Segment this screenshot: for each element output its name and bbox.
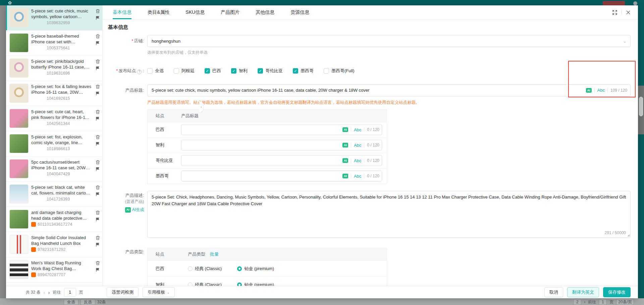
flag-icon[interactable] bbox=[96, 268, 100, 272]
description-textarea[interactable]: 5-piece Set: Chick, Headphones, Dancing,… bbox=[147, 191, 631, 238]
flag-icon[interactable] bbox=[96, 41, 100, 45]
delete-icon[interactable] bbox=[96, 34, 100, 39]
checkbox-checked-icon[interactable]: ✓ bbox=[293, 68, 298, 74]
delete-icon[interactable] bbox=[96, 235, 100, 240]
flag-icon[interactable] bbox=[96, 167, 100, 171]
flag-icon[interactable] bbox=[96, 117, 100, 121]
product-card[interactable]: 5-piece set: fist, explosion, comic styl… bbox=[6, 131, 102, 157]
batch-link[interactable]: 批量 bbox=[210, 251, 219, 257]
col-header-title: 产品标题 bbox=[181, 113, 199, 119]
product-card[interactable]: 5-piece set: black cat, white cat, flowe… bbox=[6, 182, 102, 207]
product-card[interactable]: 5-piece set: pink/black/gold butterfly i… bbox=[6, 56, 102, 81]
title-char-counter: 109 / 120 bbox=[610, 88, 627, 93]
site-titles-table: 站点 产品标题 巴西 AI Abc 0 / 120 bbox=[147, 110, 387, 184]
ai-generate-icon[interactable]: AI bbox=[342, 158, 348, 163]
radio-classic[interactable]: 经典 (Classic) bbox=[188, 266, 222, 272]
delete-icon[interactable] bbox=[96, 160, 100, 165]
checkbox-icon[interactable] bbox=[174, 68, 179, 74]
collapse-icon: ‹ bbox=[201, 105, 202, 109]
use-template-button[interactable]: 引用模板⌄ bbox=[143, 287, 175, 297]
delete-icon[interactable] bbox=[96, 110, 100, 114]
product-card[interactable]: Simple Solid Color Insulated Bag Handhel… bbox=[6, 232, 102, 257]
page-number-input[interactable] bbox=[64, 288, 76, 297]
delete-icon[interactable] bbox=[96, 9, 100, 13]
radio-classic[interactable]: 经典 (Classic) bbox=[188, 282, 222, 286]
cancel-button[interactable]: 取消 bbox=[544, 287, 563, 297]
delete-icon[interactable] bbox=[96, 261, 100, 265]
product-card[interactable]: 5pc cactus/sunset/desert iPhone 16-11 ca… bbox=[6, 157, 102, 182]
tab-basic-info[interactable]: 基本信息 bbox=[113, 5, 131, 19]
radio-premium[interactable]: 铂金 (premium) bbox=[237, 266, 274, 272]
question-icon[interactable]: ? bbox=[137, 70, 142, 74]
store-select[interactable] bbox=[147, 35, 631, 47]
product-card[interactable]: anti damage fast charging head data cabl… bbox=[6, 207, 102, 232]
checkbox-checked-icon[interactable]: ✓ bbox=[205, 68, 210, 74]
site-checkbox-chile[interactable]: ✓智利 bbox=[231, 68, 248, 74]
ai-generate-icon[interactable]: AI bbox=[342, 127, 348, 132]
divider bbox=[364, 127, 364, 132]
abc-case-tool[interactable]: Abc bbox=[354, 127, 361, 132]
next-page-icon[interactable]: › bbox=[48, 290, 50, 295]
site-checkbox-colombia[interactable]: ✓哥伦比亚 bbox=[258, 68, 283, 74]
product-card[interactable]: 5-piece set: cute cat, heart, pink flowe… bbox=[6, 106, 102, 131]
abc-case-tool[interactable]: Abc bbox=[354, 174, 361, 179]
divider bbox=[351, 174, 351, 178]
save-changes-button[interactable]: 保存修改 bbox=[603, 287, 631, 297]
product-card[interactable]: 5-piece set: cute chick, music symbols, … bbox=[6, 5, 102, 31]
radio-selected-icon[interactable] bbox=[237, 266, 242, 271]
product-type-row: 智利 经典 (Classic) 铂金 (premium) bbox=[148, 276, 387, 286]
flag-icon[interactable] bbox=[96, 142, 100, 146]
tab-other-info[interactable]: 其他信息 bbox=[256, 5, 274, 19]
radio-premium[interactable]: 铂金 (premium) bbox=[237, 282, 274, 286]
product-card[interactable]: Men's Waist Bag Running Work Bag Chest B… bbox=[6, 257, 102, 282]
ai-generate-icon[interactable]: AI bbox=[342, 174, 348, 178]
ai-generate-icon[interactable]: AI bbox=[342, 143, 348, 147]
tab-product-images[interactable]: 产品图片 bbox=[221, 5, 239, 19]
delete-icon[interactable] bbox=[96, 185, 100, 190]
radio-selected-icon[interactable] bbox=[237, 282, 242, 286]
product-title-input[interactable] bbox=[147, 84, 631, 96]
publish-sites-label: *发布站点?: bbox=[103, 65, 147, 74]
checkbox-icon[interactable] bbox=[324, 68, 329, 74]
radio-icon[interactable] bbox=[188, 266, 193, 271]
checkbox-checked-icon[interactable]: ✓ bbox=[231, 68, 236, 74]
site-checkbox-mexico-full[interactable]: 墨西哥(Full) bbox=[324, 68, 355, 74]
abc-case-tool[interactable]: Abc bbox=[597, 88, 605, 93]
translate-to-english-button[interactable]: 翻译为英文 bbox=[567, 287, 599, 297]
flag-icon[interactable] bbox=[96, 91, 100, 96]
tab-sku-info[interactable]: SKU信息 bbox=[185, 5, 205, 19]
flag-icon[interactable] bbox=[96, 217, 100, 222]
prev-page-icon[interactable]: ‹ bbox=[44, 290, 45, 295]
resize-grip-icon[interactable]: ◢ bbox=[627, 233, 630, 237]
delete-icon[interactable] bbox=[96, 210, 100, 215]
flag-icon[interactable] bbox=[96, 66, 100, 71]
delete-icon[interactable] bbox=[96, 135, 100, 139]
flag-icon[interactable] bbox=[96, 243, 100, 247]
delete-icon[interactable] bbox=[96, 84, 100, 89]
ai-generate-icon[interactable]: AI bbox=[586, 88, 592, 93]
product-card[interactable]: 5-piece baseball-themed iPhone case set … bbox=[6, 31, 102, 56]
ai-generate-link[interactable]: AIAI生成 bbox=[103, 207, 144, 213]
site-checkbox-argentina[interactable]: 阿根廷 bbox=[174, 68, 195, 74]
abc-case-tool[interactable]: Abc bbox=[354, 143, 361, 148]
tab-supply-info[interactable]: 货源信息 bbox=[290, 5, 309, 19]
chevron-down-icon: ⌄ bbox=[167, 290, 170, 295]
site-checkbox-brazil[interactable]: ✓巴西 bbox=[205, 68, 221, 74]
scrollbar-thumb[interactable] bbox=[639, 97, 643, 116]
close-icon[interactable] bbox=[626, 10, 631, 15]
product-id: 601101343617274 bbox=[38, 222, 72, 227]
radio-icon[interactable] bbox=[188, 282, 193, 286]
site-checkbox-all[interactable]: 全选 bbox=[147, 68, 164, 74]
tab-category-attrs[interactable]: 类目&属性 bbox=[148, 5, 169, 19]
flag-icon[interactable] bbox=[96, 192, 100, 197]
abc-case-tool[interactable]: Abc bbox=[354, 158, 361, 163]
fullscreen-icon[interactable] bbox=[612, 10, 618, 15]
checkbox-icon[interactable] bbox=[147, 68, 153, 74]
site-checkbox-mexico[interactable]: ✓墨西哥 bbox=[293, 68, 314, 74]
product-card[interactable]: 5-piece set: fox & falling leaves iPhone… bbox=[6, 81, 102, 106]
delete-icon[interactable] bbox=[96, 59, 100, 64]
checkbox-checked-icon[interactable]: ✓ bbox=[258, 68, 263, 74]
forbidden-words-check-button[interactable]: 违禁词检测 bbox=[107, 287, 139, 297]
platform-badge-icon bbox=[31, 247, 36, 252]
flag-icon[interactable] bbox=[96, 16, 100, 20]
